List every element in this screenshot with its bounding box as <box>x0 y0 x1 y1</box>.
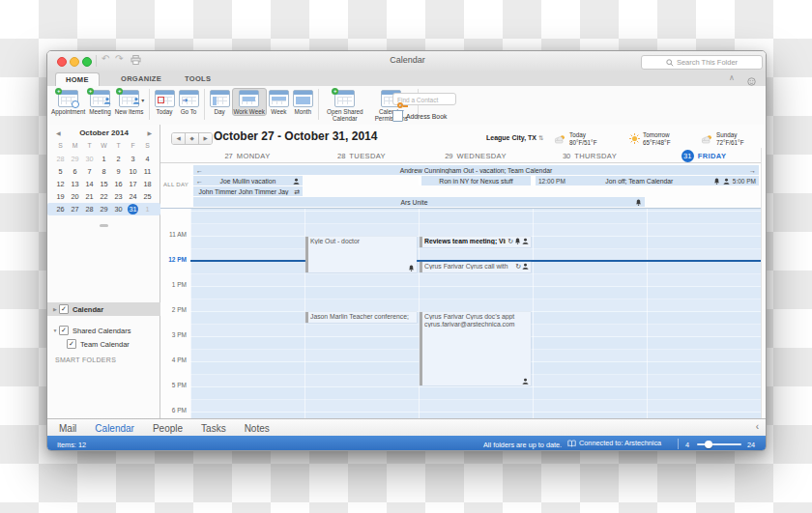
day-header-wednesday[interactable]: 29WEDNESDAY <box>419 148 533 163</box>
collapse-panel-icon[interactable]: ‹ <box>756 421 759 432</box>
minical-day[interactable]: 19 <box>53 192 68 201</box>
tab-home[interactable]: HOME <box>55 72 100 87</box>
minical-day[interactable]: 2 <box>111 155 126 163</box>
month-view-button[interactable]: Month <box>291 88 315 116</box>
minical-day[interactable]: 28 <box>82 205 97 214</box>
zoom-slider-knob[interactable] <box>705 441 712 448</box>
minical-next-icon[interactable]: ▶ <box>147 129 152 136</box>
minical-day[interactable]: 10 <box>126 167 140 176</box>
ribbon-button-label: Appointment <box>51 108 85 115</box>
work-week-view-button[interactable]: Work Week <box>232 88 267 116</box>
sidebar-item-team-calendar[interactable]: . ✓ Team Calendar <box>47 337 160 351</box>
minical-day[interactable]: 21 <box>82 192 97 201</box>
bottom-nav-notes[interactable]: Notes <box>245 423 270 434</box>
today-badge-icon <box>158 97 164 103</box>
sidebar-item-shared-calendars[interactable]: ▼ ✓ Shared Calendars <box>47 324 160 337</box>
minical-day[interactable]: 26 <box>53 205 68 214</box>
bottom-nav-calendar[interactable]: Calendar <box>95 423 134 434</box>
address-book-button[interactable]: Address Book <box>392 110 447 122</box>
minical-grid: SMTWTFS282930123456789101112131415161718… <box>47 140 160 215</box>
minical-day[interactable]: 12 <box>53 180 68 188</box>
bottom-nav-tasks[interactable]: Tasks <box>201 423 226 434</box>
search-input[interactable]: Search This Folder <box>641 55 763 70</box>
weather-tomorrow: Tomorrow65°F/48°F <box>629 130 671 148</box>
location-stepper-icon[interactable]: ⇅ <box>538 134 543 141</box>
zoom-slider[interactable] <box>697 443 741 445</box>
collapse-ribbon-icon[interactable]: ∧ <box>729 73 735 82</box>
day-header-tuesday[interactable]: 28TUESDAY <box>304 148 419 163</box>
weather-location[interactable]: League City, TX ⇅ <box>486 134 543 142</box>
minical-day[interactable]: 16 <box>111 180 126 188</box>
minical-day[interactable]: 29 <box>97 205 111 214</box>
minical-day[interactable]: 6 <box>68 167 82 176</box>
previous-week-button[interactable]: ◀ <box>172 133 186 144</box>
minical-day[interactable]: 29 <box>68 155 82 163</box>
day-header-thursday[interactable]: 30THURSDAY <box>533 148 647 163</box>
week-fill <box>272 97 286 100</box>
minical-day[interactable]: 1 <box>140 205 155 214</box>
address-book-label: Address Book <box>406 113 447 120</box>
today-button[interactable]: Today <box>153 88 177 116</box>
minical-day[interactable]: 30 <box>111 205 126 214</box>
minical-day[interactable]: 27 <box>68 205 82 214</box>
bottom-nav-people[interactable]: People <box>153 423 183 434</box>
minical-week-row: 2627282930311 <box>47 203 160 215</box>
next-week-button[interactable]: ▶ <box>199 133 212 144</box>
day-view-button[interactable]: Day <box>208 88 232 116</box>
minical-weekday-letter: M <box>68 142 82 152</box>
minical-day[interactable]: 24 <box>126 192 140 201</box>
search-icon <box>666 59 674 67</box>
mini-calendar: ◀ October 2014 ▶ SMTWTFS2829301234567891… <box>47 128 160 215</box>
disclosure-right-icon[interactable]: ▶ <box>51 306 59 312</box>
day-header-friday[interactable]: 31FRIDAY <box>647 148 761 163</box>
tab-tools[interactable]: TOOLS <box>175 72 220 86</box>
minical-day[interactable]: 14 <box>82 180 97 188</box>
week-view-button[interactable]: Week <box>267 88 291 116</box>
today-nav-button[interactable]: ◆ <box>186 133 199 144</box>
meeting-button[interactable]: + Meeting <box>87 88 112 116</box>
minical-day[interactable]: 18 <box>140 180 155 188</box>
minical-day[interactable]: 7 <box>82 167 97 176</box>
status-divider <box>678 439 679 449</box>
minical-weekday-letter: W <box>97 142 111 152</box>
minical-day[interactable]: 31 <box>126 205 140 214</box>
calendar-checkbox[interactable]: ✓ <box>59 304 69 314</box>
minical-day[interactable]: 17 <box>126 180 140 188</box>
minical-day[interactable]: 13 <box>68 180 82 188</box>
minical-day[interactable]: 23 <box>111 192 126 201</box>
disclosure-down-icon[interactable]: ▼ <box>51 328 59 333</box>
minical-day[interactable]: 3 <box>126 155 140 163</box>
minical-day[interactable]: 25 <box>140 192 155 201</box>
minical-day[interactable]: 30 <box>82 155 97 163</box>
new-items-icon: +▾ <box>119 90 139 107</box>
ribbon-button-label: Day <box>214 108 224 115</box>
time-grid[interactable] <box>160 209 767 418</box>
minical-day[interactable]: 15 <box>97 180 111 188</box>
title-bar[interactable]: ↶ ↷ Calendar Search This Folder <box>47 51 767 71</box>
minical-day[interactable]: 28 <box>53 155 68 163</box>
new-items-button[interactable]: +▾ New Items <box>113 88 146 116</box>
minical-day[interactable]: 8 <box>97 167 111 176</box>
minical-day[interactable]: 22 <box>97 192 111 201</box>
day-header-monday[interactable]: 27MONDAY <box>190 148 304 163</box>
all-day-label: ALL DAY <box>163 182 188 187</box>
shared-calendars-checkbox[interactable]: ✓ <box>59 326 69 335</box>
minical-day[interactable]: 20 <box>68 192 82 201</box>
minical-day[interactable]: 5 <box>53 167 68 176</box>
scrollbar-strip[interactable] <box>761 148 767 418</box>
sidebar-splitter-handle[interactable] <box>100 224 108 227</box>
open-shared-calendar-button[interactable]: + Open Shared Calendar <box>322 88 368 123</box>
ribbon-button-label: Meeting <box>89 108 110 115</box>
go-to-button[interactable]: ➔ Go To <box>177 88 201 116</box>
sidebar-item-calendar[interactable]: ▶ ✓ Calendar <box>47 302 160 316</box>
appointment-button[interactable]: + Appointment <box>49 88 87 116</box>
smart-folders-header[interactable]: SMART FOLDERS <box>55 356 116 363</box>
minical-weekday-letter: F <box>126 142 140 152</box>
team-calendar-checkbox[interactable]: ✓ <box>67 339 76 349</box>
minical-day[interactable]: 9 <box>111 167 126 176</box>
tab-organize[interactable]: ORGANIZE <box>111 72 171 86</box>
minical-day[interactable]: 1 <box>97 155 111 163</box>
minical-day[interactable]: 4 <box>140 155 155 163</box>
bottom-nav-mail[interactable]: Mail <box>59 423 76 434</box>
minical-day[interactable]: 11 <box>140 167 155 176</box>
